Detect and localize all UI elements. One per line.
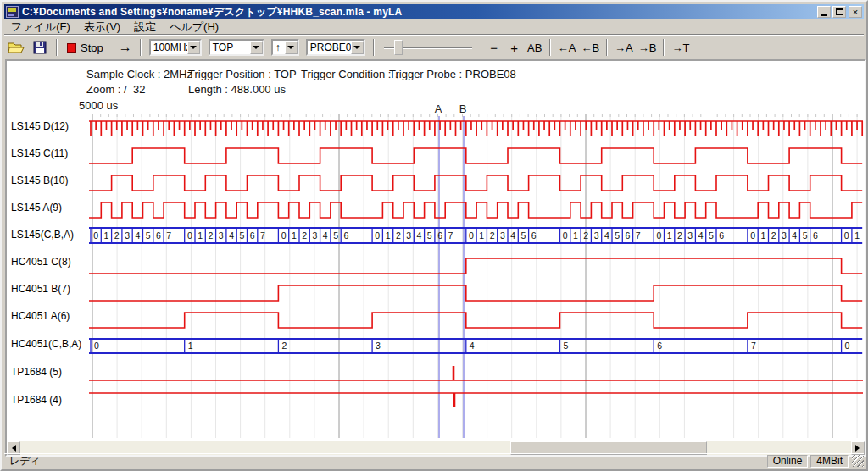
bus-cell-value: 7 bbox=[260, 230, 265, 241]
bus-cell-value: 3 bbox=[594, 230, 599, 241]
bus-cell-value: 4 bbox=[510, 230, 515, 241]
bus-cell-value: 4 bbox=[323, 230, 328, 241]
bus-cell-value: 0 bbox=[750, 230, 755, 241]
bus-cell-value: 2 bbox=[490, 230, 495, 241]
save-button[interactable] bbox=[30, 39, 50, 57]
waveform-trace bbox=[89, 202, 862, 218]
bus-cell-value: 5 bbox=[333, 230, 338, 241]
trigger-position-combo[interactable]: TOP bbox=[209, 39, 264, 56]
bus-cell-value: 4 bbox=[792, 230, 797, 241]
channel-label: TP1684 (5) bbox=[11, 366, 62, 378]
resize-grip[interactable] bbox=[852, 455, 864, 467]
bus-cell-value: 2 bbox=[114, 230, 120, 241]
bus-cell-value: 0 bbox=[375, 230, 380, 241]
stop-label: Stop bbox=[81, 42, 103, 54]
waveform-trace bbox=[89, 258, 862, 274]
menu-bar: ファイル(F) 表示(V) 設定 ヘルプ(H) bbox=[4, 19, 864, 35]
stop-button[interactable]: Stop bbox=[62, 39, 108, 57]
maximize-button[interactable] bbox=[832, 6, 846, 18]
maximize-icon bbox=[836, 8, 843, 15]
channel-label: HC4051 C(8) bbox=[11, 256, 71, 268]
dropdown-arrow-icon[interactable] bbox=[285, 41, 298, 54]
goto-marker-a-left-button[interactable]: ←A bbox=[555, 39, 579, 57]
menu-file[interactable]: ファイル(F) bbox=[4, 19, 77, 36]
bus-cell-value: 2 bbox=[583, 230, 588, 241]
channel-label: LS145 C(11) bbox=[11, 147, 68, 159]
bus-cell-value: 3 bbox=[313, 230, 318, 241]
sample-clock-value: 100MHz bbox=[151, 42, 187, 53]
dropdown-arrow-icon[interactable] bbox=[187, 41, 200, 54]
open-file-button[interactable] bbox=[6, 39, 26, 57]
goto-trigger-button[interactable]: →T bbox=[669, 39, 692, 57]
trigger-edge-combo[interactable]: ↑ bbox=[271, 39, 299, 56]
dropdown-arrow-icon[interactable] bbox=[250, 41, 263, 54]
waveform-trace bbox=[89, 148, 862, 163]
toolbar-separator bbox=[140, 39, 142, 56]
bus-cell-value: 6 bbox=[719, 230, 724, 241]
bus-cell-value: 4 bbox=[604, 230, 609, 241]
bus-cell-value: 1 bbox=[386, 230, 391, 241]
bus-cell-value: 7 bbox=[751, 341, 756, 351]
zoom-slider[interactable] bbox=[384, 39, 472, 57]
bus-cell-value: 0 bbox=[844, 230, 849, 241]
waveform-trace bbox=[89, 313, 862, 328]
sample-clock-combo[interactable]: 100MHz bbox=[149, 39, 202, 56]
menu-settings[interactable]: 設定 bbox=[127, 19, 163, 36]
goto-marker-a-right-button[interactable]: →A bbox=[612, 39, 636, 57]
menu-view[interactable]: 表示(V) bbox=[77, 19, 127, 36]
title-bar[interactable]: C:¥Documents and Settings¥noname¥デスクトップ¥… bbox=[4, 4, 864, 19]
run-button[interactable]: → bbox=[115, 39, 136, 57]
zoom-in-button[interactable]: + bbox=[504, 39, 525, 57]
minimize-icon bbox=[821, 14, 827, 16]
left-arrow-icon bbox=[8, 445, 16, 452]
waveform-panel: Sample Clock : 2MHz Zoom : / 32 Trigger … bbox=[5, 59, 866, 457]
bus-cell-value: 2 bbox=[209, 230, 214, 241]
trigger-probe-combo[interactable]: PROBE00 bbox=[306, 39, 365, 56]
bus-cell-value: 1 bbox=[292, 230, 297, 241]
bus-cell-value: 6 bbox=[626, 230, 631, 241]
online-status-badge: Online bbox=[767, 455, 809, 468]
bus-cell-value: 7 bbox=[166, 230, 171, 241]
bus-cell-value: 0 bbox=[94, 341, 99, 351]
tool-bar: Stop → 100MHz TOP ↑ PROBE00 − + AB ←A ←B bbox=[4, 36, 864, 58]
bus-cell-value: 2 bbox=[396, 230, 401, 241]
zoom-slider-handle[interactable] bbox=[394, 40, 403, 55]
dropdown-arrow-icon[interactable] bbox=[351, 41, 364, 54]
bus-cell-value: 7 bbox=[448, 230, 453, 241]
trigger-probe-value: PROBE00 bbox=[308, 42, 351, 53]
bus-cell-value: 5 bbox=[239, 230, 244, 241]
toolbar-separator bbox=[56, 39, 58, 56]
bus-cell-value: 6 bbox=[343, 230, 348, 241]
bus-cell-value: 5 bbox=[803, 230, 808, 241]
bus-cell-value: 2 bbox=[677, 230, 682, 241]
bus-cell-value: 6 bbox=[813, 230, 818, 241]
toolbar-separator bbox=[606, 39, 608, 56]
goto-marker-b-right-button[interactable]: →B bbox=[636, 39, 659, 57]
close-button[interactable]: × bbox=[849, 6, 862, 18]
goto-marker-b-left-button[interactable]: ←B bbox=[578, 39, 602, 57]
waveform-plot[interactable]: AB5000 us0123456701234567012345601234567… bbox=[7, 61, 865, 442]
channel-label: LS145 A(9) bbox=[11, 202, 62, 213]
bus-cell-value: 5 bbox=[709, 230, 714, 241]
minimize-button[interactable] bbox=[817, 6, 831, 18]
bus-cell-value: 0 bbox=[845, 341, 850, 351]
bus-cell-value: 4 bbox=[135, 230, 140, 241]
bus-cell-value: 6 bbox=[531, 230, 537, 241]
bus-cell-value: 3 bbox=[125, 230, 130, 241]
menu-help[interactable]: ヘルプ(H) bbox=[163, 19, 225, 36]
waveform-trace bbox=[89, 285, 862, 301]
bus-cell-value: 5 bbox=[146, 230, 151, 241]
bus-cell-value: 6 bbox=[437, 230, 442, 241]
window-title: C:¥Documents and Settings¥noname¥デスクトップ¥… bbox=[22, 5, 815, 19]
bus-cell-value: 0 bbox=[93, 230, 98, 241]
channel-label: TP1684 (4) bbox=[11, 394, 62, 406]
bus-cell-value: 1 bbox=[667, 230, 672, 241]
bus-cell-value: 2 bbox=[281, 341, 287, 351]
channel-label: LS145 D(12) bbox=[11, 120, 69, 132]
bus-cell-value: 1 bbox=[104, 230, 109, 241]
zoom-out-button[interactable]: − bbox=[484, 39, 504, 57]
bus-cell-value: 6 bbox=[156, 230, 161, 241]
zoom-ab-button[interactable]: AB bbox=[525, 39, 545, 57]
bus-cell-value: 4 bbox=[470, 341, 475, 351]
bus-cell-value: 0 bbox=[187, 230, 192, 241]
